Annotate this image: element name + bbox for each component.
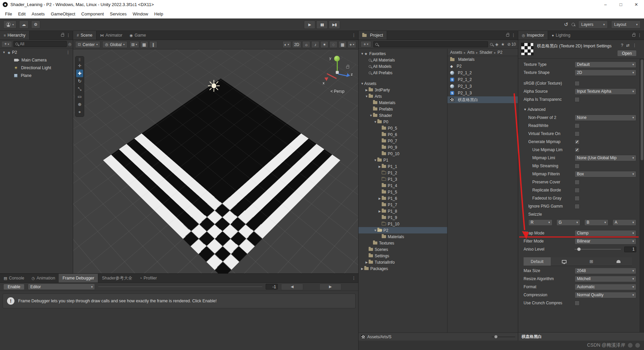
menu-item[interactable]: Edit — [15, 9, 29, 18]
project-tree-row[interactable]: All Materials — [359, 57, 447, 63]
cloud-button[interactable]: ☁ — [19, 20, 29, 29]
kebab-menu-icon[interactable] — [352, 276, 356, 280]
project-tree-row[interactable]: ▶ P1_1 — [359, 163, 447, 170]
expander-icon[interactable]: ▼ — [373, 159, 377, 162]
project-tree-row[interactable]: ▼ P2 — [359, 227, 447, 233]
menu-item[interactable]: Assets — [29, 9, 48, 18]
expander-icon[interactable]: ▼ — [373, 120, 377, 124]
bottom-panel-tab[interactable]: ▤ Console — [0, 274, 28, 282]
undo-history-icon[interactable]: ↺ — [564, 21, 568, 28]
ignore-png-gamma-checkbox[interactable] — [575, 204, 580, 209]
asset-row[interactable]: P2_1_3 — [447, 90, 518, 96]
menu-item[interactable]: Component — [78, 9, 107, 18]
asset-row[interactable]: Materials — [447, 56, 518, 63]
expander-icon[interactable]: ▶ — [378, 165, 382, 168]
menu-item[interactable]: Help — [151, 9, 166, 18]
advanced-foldout[interactable]: ▼ Advanced — [518, 105, 640, 114]
project-tree-row[interactable]: ▶ TutorialInfo — [359, 259, 447, 265]
breadcrumb-item[interactable]: Shader — [474, 50, 492, 55]
scene-view-option-button[interactable]: ♪ — [311, 41, 319, 48]
expander-icon[interactable]: ▼ — [360, 82, 364, 85]
scene-view-option-button[interactable]: ◐ — [282, 41, 291, 48]
kebab-menu-icon[interactable] — [66, 33, 70, 38]
project-tree-row[interactable]: P1_7 — [359, 202, 447, 208]
project-tree-row[interactable]: ▼ Arts — [359, 93, 447, 99]
bottom-panel-tab[interactable]: ◔ Profiler — [136, 274, 160, 282]
project-tree-row[interactable]: P0_6 — [359, 131, 447, 138]
project-tree-row[interactable]: P1_5 — [359, 189, 447, 195]
replicate-border-checkbox[interactable] — [575, 188, 580, 193]
search-icon[interactable] — [572, 23, 575, 26]
menu-item[interactable]: GameObject — [48, 9, 78, 18]
asset-row[interactable]: P2_1_2 — [447, 70, 518, 76]
lock-icon[interactable] — [632, 34, 635, 37]
project-tree-row[interactable]: Prefabs — [359, 106, 447, 112]
use-mipmap-limits-checkbox[interactable] — [575, 147, 580, 152]
project-tree-row[interactable]: P1_2 — [359, 170, 447, 176]
project-tree-row[interactable]: Settings — [359, 253, 447, 259]
platform-tab-default[interactable]: Default — [524, 257, 551, 266]
y-axis-ball[interactable] — [334, 56, 340, 61]
project-tree-row[interactable]: P1_10 — [359, 221, 447, 227]
generate-mipmap-checkbox[interactable] — [575, 139, 580, 144]
project-tree-row[interactable]: ▼ Favorites — [359, 50, 447, 57]
project-tree-row[interactable] — [359, 76, 447, 80]
project-tree-row[interactable]: ▶ Packages — [359, 265, 447, 272]
x-axis-cone[interactable] — [322, 75, 328, 81]
close-button[interactable]: ✕ — [629, 0, 644, 9]
transform-tool-button[interactable]: ⊕ — [75, 100, 84, 108]
expander-icon[interactable]: ▼ — [360, 52, 364, 55]
scene-view-option-button[interactable]: ◌ — [329, 41, 337, 48]
transform-tool-button[interactable]: ✚ — [76, 70, 83, 77]
mipmap-filtering-dropdown[interactable]: Box — [575, 171, 636, 177]
breadcrumb-item[interactable]: Assets — [450, 50, 462, 55]
search-by-label-icon[interactable]: ◈ — [495, 42, 498, 47]
asset-row[interactable]: P2 — [447, 63, 518, 70]
project-tree-row[interactable]: P0_7 — [359, 138, 447, 144]
preview-header[interactable]: 棋盘格黑白 — [518, 332, 644, 341]
swizzle-a-dropdown[interactable]: A — [612, 219, 637, 226]
breadcrumb-item[interactable]: Arts — [462, 50, 474, 55]
tab-project[interactable]: Project — [359, 31, 387, 40]
frame-number-field[interactable]: -1 — [266, 284, 278, 290]
compression-dropdown[interactable]: Normal Quality — [575, 292, 636, 298]
maximize-button[interactable]: □ — [613, 0, 629, 9]
scene-view-tab[interactable]: ⋈ Animator — [97, 31, 126, 40]
gizmo-lock-icon[interactable] — [346, 66, 349, 69]
kebab-menu-icon[interactable] — [66, 50, 70, 55]
project-tree-row[interactable]: All Models — [359, 63, 447, 70]
npot-dropdown[interactable]: None — [575, 115, 636, 121]
texture-type-dropdown[interactable]: Default — [575, 61, 636, 68]
directional-light-gizmo[interactable]: ☀ — [207, 78, 221, 94]
scene-view-option-button[interactable]: ▦ — [338, 41, 346, 48]
filter-mode-dropdown[interactable]: Bilinear — [575, 238, 636, 245]
project-tree-row[interactable]: P1_9 — [359, 214, 447, 221]
debug-target-dropdown[interactable]: Editor — [28, 283, 95, 290]
perspective-label[interactable]: < Persp — [322, 89, 353, 94]
create-asset-button[interactable] — [361, 41, 371, 47]
bottom-panel-tab[interactable]: ◷ Animation — [28, 274, 59, 282]
thumbnail-zoom-slider[interactable] — [492, 337, 515, 337]
pause-button[interactable]: ▮▮ — [316, 20, 328, 29]
texture-shape-dropdown[interactable]: 2D — [575, 70, 636, 76]
aniso-slider-handle[interactable] — [577, 248, 581, 251]
transform-tool-button[interactable]: ⤡ — [75, 85, 84, 93]
bottom-panel-tab[interactable]: Frame Debugger — [59, 274, 98, 282]
swizzle-g-dropdown[interactable]: G — [556, 219, 581, 226]
checkerboard-plane[interactable] — [103, 79, 340, 273]
project-tree-row[interactable]: Materials — [359, 233, 447, 240]
hidden-packages-count[interactable]: 10 — [507, 42, 516, 47]
kebab-menu-icon[interactable] — [633, 43, 637, 48]
transform-tool-button[interactable]: ↻ — [75, 77, 84, 85]
expander-icon[interactable]: ▼ — [373, 229, 377, 232]
project-tree-row[interactable]: Scenes — [359, 246, 447, 253]
project-tree-row[interactable]: ▼ P1 — [359, 157, 447, 163]
services-button[interactable]: ⚙ — [31, 20, 40, 29]
hierarchy-row[interactable]: Main Camera — [0, 56, 73, 64]
preserve-coverage-checkbox[interactable] — [575, 180, 580, 185]
project-tree-row[interactable]: ▶ 3rdParty — [359, 87, 447, 93]
platform-tab-standalone[interactable] — [551, 257, 578, 266]
swizzle-r-dropdown[interactable]: R — [528, 219, 552, 226]
project-tree-row[interactable]: P1_4 — [359, 182, 447, 189]
inspector-scrollbar[interactable] — [640, 59, 644, 332]
